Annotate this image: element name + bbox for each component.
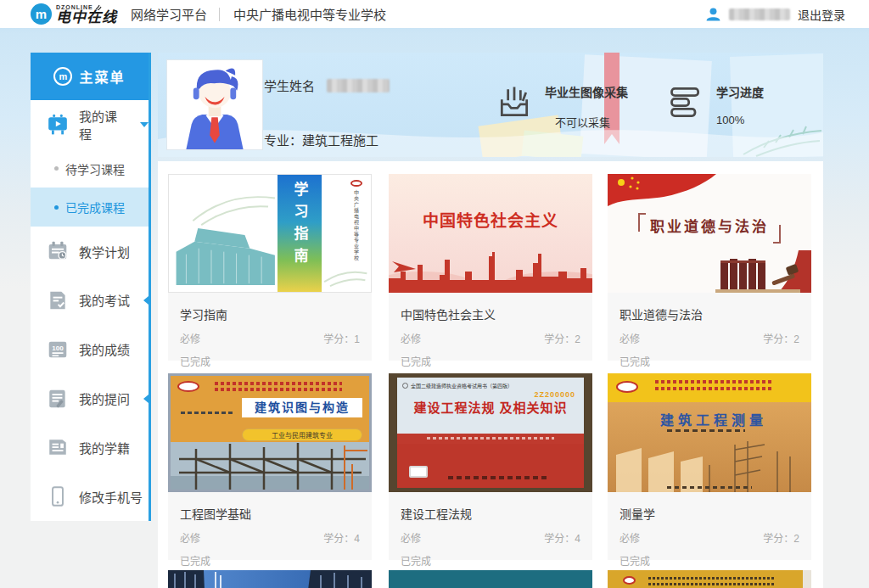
student-name-label: 学生姓名 [264, 76, 315, 94]
course-card-study-guide[interactable]: 学习指南 中央广播电视中等专业学校 学习指南 必修 学分：1 已完成 [168, 174, 372, 361]
course-card-partial[interactable] [389, 570, 592, 588]
cover-fine-print [655, 380, 774, 394]
sidebar-item-my-exams[interactable]: 我的考试 [31, 276, 149, 325]
sidebar-item-my-grades[interactable]: 100 我的成绩 [31, 325, 149, 374]
sidebar-item-label: 我的学籍 [79, 439, 130, 456]
exam-icon [47, 289, 69, 311]
course-card-partial[interactable] [168, 570, 372, 588]
course-cover [389, 570, 592, 588]
course-card-partial[interactable] [608, 570, 811, 588]
sidebar-item-completed-courses[interactable]: 已完成课程 [31, 188, 149, 227]
cover-flag [608, 174, 718, 213]
student-name-redacted [327, 79, 390, 92]
course-title: 工程图学基础 [180, 505, 360, 522]
cover-side-text: 中央广播电视中等专业学校 [353, 190, 361, 261]
school-label: 中央广播电视中等专业学校 [233, 5, 386, 23]
course-cover [168, 570, 372, 588]
course-credit: 学分：4 [323, 530, 360, 545]
course-card-ethics-law[interactable]: 职业道德与法治 职业道德与法治 必修 学分：2 [608, 174, 811, 361]
calendar-icon [47, 240, 69, 262]
course-status: 已完成 [180, 553, 360, 568]
cover-book: 全国二级建造师执业资格考试用书（第四版） 2Z200000 建设工程法规 及相关… [397, 378, 584, 488]
cover-books-gavel [697, 250, 811, 293]
cover-title: 职业道德与法治 [650, 219, 769, 235]
user-menu[interactable]: 退出登录 [705, 6, 845, 23]
course-credit: 学分：2 [544, 331, 580, 345]
photo-collect-title: 毕业生图像采集 [545, 83, 628, 100]
sidebar: m 主菜单 我的课程 待学习课程 已完成课程 [31, 53, 151, 521]
sidebar-item-label: 我的提问 [79, 389, 130, 407]
student-major: 专业：建筑工程施工 [264, 131, 378, 148]
course-status: 已完成 [620, 354, 799, 368]
course-cover: 中国特色社会主义 [389, 174, 592, 293]
cover-fine-print [648, 577, 776, 588]
course-grid: 学习指南 中央广播电视中等专业学校 学习指南 必修 学分：1 已完成 中国特色社… [158, 161, 823, 588]
topbar-divider [219, 8, 220, 21]
chevron-down-icon [140, 122, 149, 127]
sidebar-item-change-phone[interactable]: 修改手机号 [31, 472, 149, 521]
sidebar-item-label: 我的考试 [79, 291, 130, 309]
photo-collect-status: 不可以采集 [555, 114, 628, 130]
cover-book: 建筑识图与构造 工业与民用建筑专业 [171, 376, 369, 490]
logout-button[interactable]: 退出登录 [798, 6, 845, 23]
cover-skyline [389, 246, 592, 293]
cover-publisher-strip: 中央广播电视中等专业学校 [350, 180, 362, 261]
brand-title: 电中在线 [56, 10, 117, 25]
courses-board-icon [47, 114, 69, 136]
sidebar-item-student-record[interactable]: 我的学籍 [31, 423, 149, 472]
publisher-logo-icon [350, 180, 362, 187]
photo-collect-icon [496, 83, 533, 120]
cover-title: 中国特色社会主义 [389, 208, 592, 231]
sidebar-item-my-questions[interactable]: 我的提问 [31, 374, 149, 423]
cover-title: 建筑工程测量 [633, 409, 794, 429]
cover-title-band: 学习指南 [278, 175, 322, 293]
course-cover: 学习指南 中央广播电视中等专业学校 [168, 174, 372, 293]
cover-series-text: 全国二级建造师执业资格考试用书（第四版） [411, 382, 513, 389]
sidebar-item-pending-courses[interactable]: 待学习课程 [31, 149, 149, 188]
course-title: 中国特色社会主义 [401, 305, 580, 322]
svg-text:100: 100 [52, 344, 64, 351]
cover-title-vertical: 学习指南 [289, 182, 311, 270]
cover-page-edge [803, 570, 811, 588]
course-status: 已完成 [620, 553, 799, 568]
course-title: 学习指南 [180, 305, 360, 322]
sidebar-header: m 主菜单 [31, 53, 149, 100]
study-progress: 学习进度 100% [667, 83, 764, 126]
cover-title-wrap: 职业道德与法治 [608, 215, 811, 238]
course-card-socialism[interactable]: 中国特色社会主义 中国特色社会主义 必修 学分：2 已完成 [389, 174, 592, 361]
cover-photo [168, 570, 372, 588]
user-icon [705, 6, 721, 22]
course-card-engineering-drawing[interactable]: 建筑识图与构造 工业与民用建筑专业 [168, 373, 372, 560]
sidebar-item-my-courses[interactable]: 我的课程 [31, 100, 149, 149]
publisher-logo-icon [402, 383, 408, 389]
course-credit: 学分：2 [763, 331, 799, 345]
bullet-icon [54, 166, 59, 171]
course-status: 已完成 [180, 354, 360, 368]
cover-code: 2Z200000 [534, 390, 575, 399]
course-type: 必修 [620, 331, 640, 345]
publisher-logo-icon [177, 381, 199, 392]
sidebar-logo-icon: m [53, 67, 72, 86]
course-type: 必修 [620, 530, 640, 545]
course-card-surveying[interactable]: 建筑工程测量 测量学 必修 [608, 373, 811, 560]
cover-photo [171, 442, 369, 490]
course-card-construction-law[interactable]: 全国二级建造师执业资格考试用书（第四版） 2Z200000 建设工程法规 及相关… [389, 373, 592, 560]
cover-art [169, 175, 371, 292]
sidebar-header-label: 主菜单 [79, 66, 125, 87]
publisher-logo-icon [616, 381, 638, 393]
topbar: m DZONLINE 电中在线 网络学习平台 中央广播电视中等专业学校 退出登录 [0, 0, 869, 28]
cover-publisher-line [667, 486, 752, 489]
chevron-left-icon [143, 296, 149, 305]
brand-logo-icon: m [31, 3, 52, 25]
cover-title: 建筑识图与构造 [242, 398, 362, 417]
sidebar-item-teaching-plan[interactable]: 教学计划 [31, 227, 149, 276]
publisher-logo-icon [623, 576, 636, 585]
sidebar-item-label: 已完成课程 [65, 199, 125, 216]
cover-logo-box [409, 466, 428, 478]
phone-icon [47, 485, 69, 507]
username-redacted [729, 8, 790, 20]
cover-author-line [181, 412, 233, 414]
course-type: 必修 [180, 331, 200, 345]
brand-logo[interactable]: m DZONLINE 电中在线 [31, 3, 117, 25]
course-credit: 学分：2 [763, 530, 799, 545]
